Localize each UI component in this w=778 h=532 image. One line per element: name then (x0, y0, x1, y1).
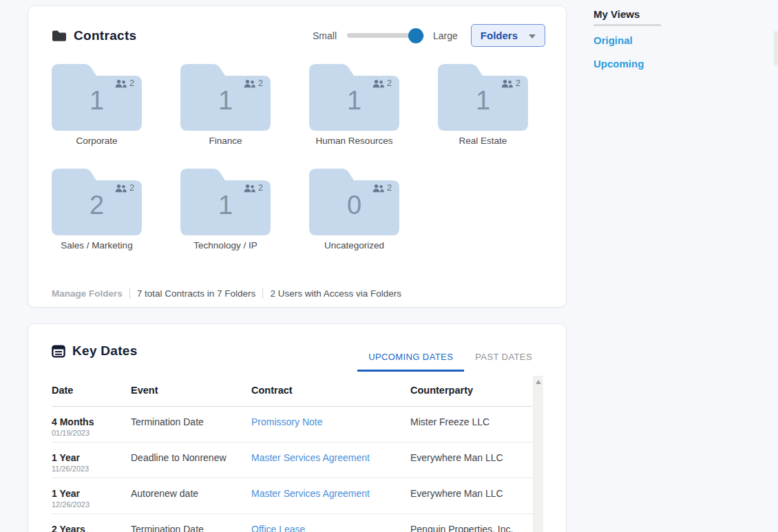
my-views-links: OriginalUpcoming (593, 34, 690, 70)
row-date: 1 Year (52, 488, 131, 499)
table-header-row: Date Event Contract Counterparty (52, 379, 534, 407)
row-date-sub: 12/26/2023 (52, 500, 131, 509)
folder-tile-sales-marketing[interactable]: 2 2 Sales / Marketing (52, 169, 142, 251)
row-date: 1 Year (52, 452, 131, 463)
row-counterparty: Mister Freeze LLC (410, 407, 534, 443)
my-views-panel: My Views OriginalUpcoming (593, 8, 690, 70)
folder-visual: 2 1 (180, 64, 271, 131)
folder-name: Human Resources (309, 136, 399, 146)
row-counterparty: Everywhere Man LLC (410, 478, 534, 514)
folder-visual: 2 2 (52, 169, 142, 235)
table-row: 1 Year 11/26/2023 Deadline to Nonrenew M… (52, 443, 534, 478)
divider (593, 24, 661, 26)
view-link-original[interactable]: Original (593, 34, 690, 46)
row-event: Autorenew date (131, 478, 251, 514)
row-date: 4 Months (52, 416, 131, 427)
contract-link[interactable]: Master Services Agreement (251, 488, 370, 499)
row-event: Deadline to Nonrenew (131, 443, 251, 478)
row-counterparty: Penguin Properties, Inc. (410, 514, 534, 532)
folder-contract-count: 1 (52, 86, 142, 115)
tab-upcoming-dates[interactable]: UPCOMING DATES (357, 345, 464, 372)
folder-name: Sales / Marketing (52, 240, 142, 251)
scroll-up-icon[interactable] (536, 380, 541, 384)
key-dates-card: Key Dates UPCOMING DATESPAST DATES Date … (28, 323, 567, 532)
folder-tile-technology-ip[interactable]: 2 1 Technology / IP (180, 169, 271, 251)
folder-contract-count: 2 (52, 191, 142, 220)
folder-name: Real Estate (438, 136, 528, 146)
col-header-date: Date (52, 379, 131, 407)
folder-visual: 2 1 (180, 169, 271, 235)
folder-contract-count: 1 (309, 86, 399, 115)
folder-tile-human-resources[interactable]: 2 1 Human Resources (309, 64, 399, 146)
folder-contract-count: 1 (438, 86, 528, 115)
contract-link[interactable]: Master Services Agreement (251, 452, 370, 463)
table-scrollbar[interactable] (533, 376, 543, 532)
folder-contract-count: 1 (180, 191, 271, 220)
folder-visual: 2 1 (52, 64, 142, 131)
table-row: 1 Year 12/26/2023 Autorenew date Master … (52, 478, 534, 514)
row-date-sub: 01/19/2023 (52, 429, 131, 438)
table-row: 4 Months 01/19/2023 Termination Date Pro… (52, 407, 534, 443)
row-date-sub: 11/26/2023 (52, 465, 131, 474)
contract-link[interactable]: Promissory Note (251, 416, 322, 427)
keydates-table-body: 4 Months 01/19/2023 Termination Date Pro… (52, 407, 534, 532)
key-dates-title: Key Dates (72, 343, 138, 359)
page-scrollbar-thumb[interactable] (774, 31, 778, 65)
contracts-card: Contracts Small Large Folders (28, 6, 567, 308)
folder-name: Uncategorized (309, 240, 399, 251)
view-link-upcoming[interactable]: Upcoming (593, 58, 690, 70)
col-header-contract: Contract (251, 379, 410, 407)
contract-link[interactable]: Office Lease (251, 524, 305, 532)
tab-past-dates[interactable]: PAST DATES (464, 345, 543, 372)
users-access-stat: 2 Users with Access via Folders (270, 288, 401, 299)
folder-tile-uncategorized[interactable]: 2 0 Uncategorized (309, 169, 399, 251)
folder-visual: 2 1 (438, 64, 528, 131)
key-dates-title-group: Key Dates (52, 343, 138, 359)
folder-tile-real-estate[interactable]: 2 1 Real Estate (438, 64, 528, 146)
folder-name: Finance (180, 136, 271, 146)
table-row: 2 Years Termination Date Office Lease Pe… (52, 514, 534, 532)
keydates-tabs: UPCOMING DATESPAST DATES (357, 345, 543, 372)
col-header-counterparty: Counterparty (410, 379, 534, 407)
folder-grid: 2 1 Corporate 2 1 Finance (28, 6, 566, 307)
folder-visual: 2 1 (309, 64, 399, 131)
row-event: Termination Date (131, 407, 251, 443)
folder-name: Technology / IP (180, 240, 271, 251)
row-date: 2 Years (52, 524, 131, 532)
key-dates-table: Date Event Contract Counterparty 4 Month… (52, 379, 534, 532)
folder-contract-count: 0 (309, 191, 399, 220)
separator (129, 288, 130, 299)
col-header-event: Event (131, 379, 251, 407)
my-views-title: My Views (593, 8, 690, 20)
separator (262, 288, 263, 299)
contracts-count-stat: 7 total Contracts in 7 Folders (137, 288, 256, 299)
calendar-icon (52, 344, 65, 358)
folder-contract-count: 1 (180, 86, 271, 115)
manage-folders-link[interactable]: Manage Folders (52, 288, 123, 299)
row-event: Termination Date (131, 514, 251, 532)
folder-tile-finance[interactable]: 2 1 Finance (180, 64, 271, 146)
folder-visual: 2 0 (309, 169, 399, 235)
folder-tile-corporate[interactable]: 2 1 Corporate (52, 64, 142, 146)
contracts-card-footer: Manage Folders 7 total Contracts in 7 Fo… (52, 288, 401, 299)
folder-name: Corporate (52, 136, 142, 146)
row-counterparty: Everywhere Man LLC (410, 443, 534, 478)
key-dates-header: Key Dates UPCOMING DATESPAST DATES (28, 324, 566, 372)
